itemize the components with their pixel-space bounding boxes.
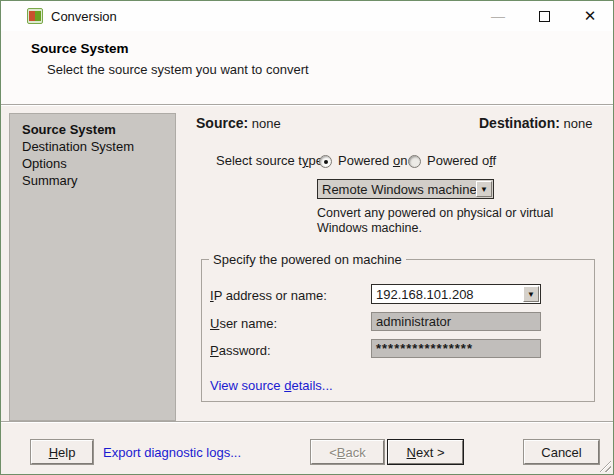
sidebar-item-options[interactable]: Options	[22, 155, 175, 172]
sidebar-item-destination-system[interactable]: Destination System	[22, 138, 175, 155]
password-label: Password:	[210, 343, 271, 358]
destination-summary: Destination: none	[479, 115, 614, 131]
chevron-down-icon[interactable]: ▼	[476, 181, 492, 197]
help-button[interactable]: Help	[31, 440, 93, 464]
powered-off-radio[interactable]	[408, 155, 421, 168]
select-source-type-label: Select source type:	[216, 153, 327, 168]
ip-address-label: IP address or name:	[210, 288, 327, 303]
back-button[interactable]: < Back	[311, 440, 384, 464]
destination-value: none	[564, 116, 593, 131]
ip-address-combobox[interactable]: 192.168.101.208 ▼	[371, 284, 541, 304]
resize-grip[interactable]	[598, 459, 611, 472]
view-source-details-link[interactable]: View source details...	[210, 378, 333, 393]
source-summary: Source: none	[196, 115, 281, 131]
source-label: Source:	[196, 115, 248, 131]
user-name-label: User name:	[210, 316, 277, 331]
export-diagnostic-logs-link[interactable]: Export diagnostic logs...	[103, 445, 241, 460]
group-legend: Specify the powered on machine	[209, 252, 406, 267]
powered-on-radio[interactable]	[319, 155, 332, 168]
chevron-down-icon[interactable]: ▼	[523, 286, 539, 302]
footer-separator	[1, 421, 613, 423]
user-name-field[interactable]: administrator	[371, 312, 541, 331]
sidebar-item-source-system[interactable]: Source System	[22, 121, 175, 138]
cancel-button[interactable]: Cancel	[524, 440, 599, 464]
destination-label: Destination:	[479, 115, 560, 131]
minimize-icon[interactable]: —	[483, 5, 513, 27]
ip-address-value: 192.168.101.208	[372, 287, 523, 302]
conversion-wizard-window: Conversion — ✕ Source System Select the …	[0, 0, 614, 475]
password-field[interactable]: ****************	[371, 339, 541, 358]
page-title: Source System	[31, 41, 129, 56]
sidebar-item-summary[interactable]: Summary	[22, 172, 175, 189]
close-icon[interactable]: ✕	[575, 5, 605, 27]
source-type-selected-value: Remote Windows machine	[318, 182, 476, 197]
top-band: Conversion — ✕ Source System Select the …	[1, 1, 613, 104]
source-value: none	[252, 116, 281, 131]
page-subtitle: Select the source system you want to con…	[47, 62, 309, 77]
wizard-steps-sidebar: Source System Destination System Options…	[9, 113, 176, 421]
source-type-dropdown[interactable]: Remote Windows machine ▼	[317, 179, 494, 199]
maximize-icon[interactable]	[529, 5, 559, 27]
title-bar: Conversion — ✕	[1, 1, 613, 31]
window-title: Conversion	[51, 9, 117, 24]
source-type-description: Convert any powered on physical or virtu…	[317, 206, 572, 236]
powered-off-label: Powered off	[427, 153, 496, 168]
next-button[interactable]: Next >	[388, 440, 463, 464]
converter-app-icon	[27, 8, 43, 24]
powered-on-label: Powered on	[338, 153, 407, 168]
header-separator	[1, 104, 613, 106]
